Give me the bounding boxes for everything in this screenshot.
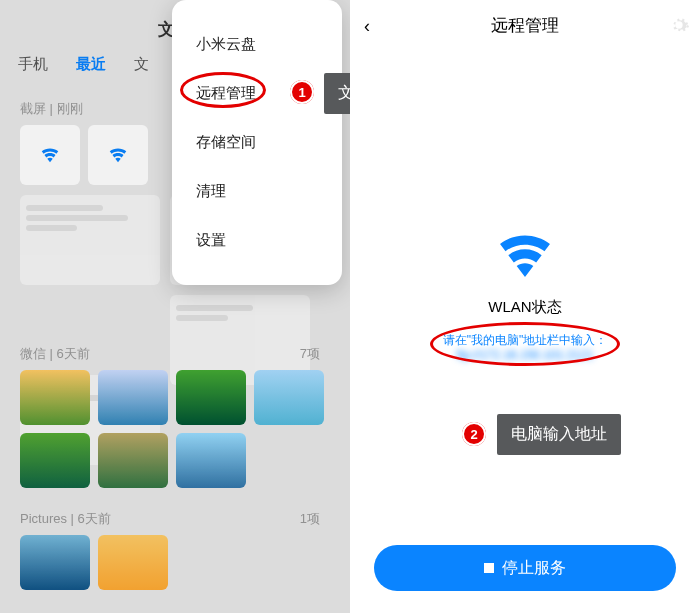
annotation-badge-2: 2 — [462, 422, 486, 446]
remote-management-screen: ‹ 远程管理 WLAN状态 请在"我的电脑"地址栏中输入： ftp://172.… — [350, 0, 700, 613]
page-title: 远程管理 — [491, 14, 559, 37]
menu-item-settings[interactable]: 设置 — [172, 216, 342, 265]
annotation-callout-2: 电脑输入地址 — [497, 414, 621, 455]
menu-item-cloud[interactable]: 小米云盘 — [172, 20, 342, 69]
menu-item-cleanup[interactable]: 清理 — [172, 167, 342, 216]
menu-item-storage[interactable]: 存储空间 — [172, 118, 342, 167]
gear-icon[interactable] — [668, 14, 690, 36]
wifi-icon — [493, 225, 557, 281]
annotation-ellipse-1 — [180, 72, 266, 108]
annotation-badge-1: 1 — [290, 80, 314, 104]
stop-service-button[interactable]: 停止服务 — [374, 545, 676, 591]
header-bar: ‹ 远程管理 — [350, 0, 700, 50]
wlan-status-label: WLAN状态 — [350, 298, 700, 317]
stop-icon — [484, 563, 494, 573]
annotation-ellipse-2 — [430, 322, 620, 366]
overflow-menu: 小米云盘 远程管理 存储空间 清理 设置 — [172, 0, 342, 285]
stop-button-label: 停止服务 — [502, 558, 566, 579]
back-button[interactable]: ‹ — [364, 16, 370, 37]
